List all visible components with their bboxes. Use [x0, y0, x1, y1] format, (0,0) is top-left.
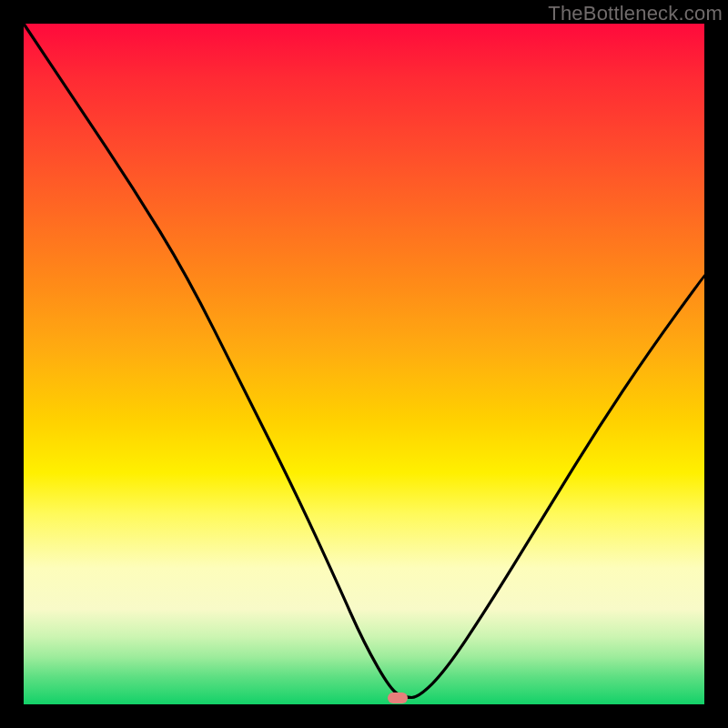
bottleneck-curve [24, 24, 704, 704]
curve-path [24, 24, 704, 698]
min-marker [388, 693, 408, 703]
chart-frame: TheBottleneck.com [0, 0, 728, 728]
watermark-text: TheBottleneck.com [548, 2, 723, 25]
plot-area [24, 24, 704, 704]
